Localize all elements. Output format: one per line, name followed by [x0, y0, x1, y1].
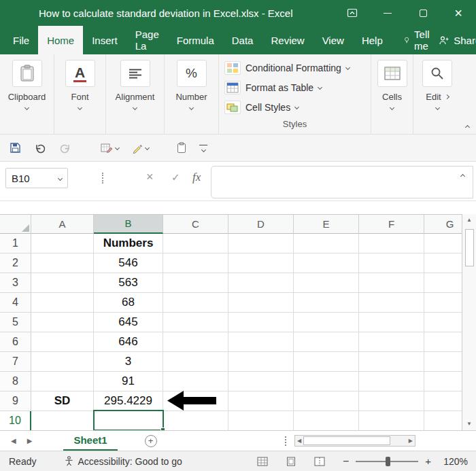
cell[interactable]	[228, 411, 294, 430]
cells-button[interactable]	[377, 60, 407, 87]
insert-function-button[interactable]: fx	[192, 171, 201, 184]
sheet-nav-right-icon[interactable]: ▶	[27, 437, 33, 444]
cell-b3[interactable]: 563	[94, 273, 163, 293]
column-header-a[interactable]: A	[31, 215, 94, 234]
cell[interactable]	[228, 372, 294, 391]
pen-button[interactable]	[132, 143, 149, 154]
tab-file[interactable]: File	[4, 26, 38, 54]
cell[interactable]	[359, 254, 424, 273]
cell[interactable]	[359, 332, 424, 352]
cell[interactable]	[228, 332, 294, 352]
column-header-f[interactable]: F	[359, 215, 424, 234]
name-box-dropdown-icon[interactable]	[58, 175, 63, 180]
fill-handle[interactable]	[160, 428, 165, 430]
cell[interactable]	[228, 391, 294, 411]
cell[interactable]	[359, 313, 424, 332]
cell[interactable]	[359, 273, 424, 293]
scroll-up-icon[interactable]: ▲	[466, 214, 472, 226]
number-format-button[interactable]: %	[177, 60, 207, 87]
save-button[interactable]	[10, 142, 21, 154]
cell[interactable]	[294, 332, 359, 352]
zoom-level[interactable]: 120%	[441, 456, 468, 467]
cell-b9[interactable]: 295.4229	[94, 391, 163, 411]
cell[interactable]	[163, 313, 228, 332]
row-header-3[interactable]: 3	[0, 273, 31, 293]
tab-home[interactable]: Home	[38, 26, 83, 54]
horizontal-scrollbar[interactable]: ◀ ▶	[294, 435, 415, 447]
cell-b6[interactable]: 646	[94, 332, 163, 352]
tab-help[interactable]: Help	[353, 26, 392, 54]
cell-a1[interactable]	[31, 234, 94, 254]
cell[interactable]	[294, 234, 359, 254]
editing-dropdown-icon[interactable]	[435, 105, 439, 110]
vertical-scrollbar[interactable]: ▲ ▼	[462, 214, 476, 430]
cell-b8[interactable]: 91	[94, 372, 163, 391]
accessibility-status-button[interactable]: Accessibility: Good to go	[65, 456, 182, 467]
clipboard-dropdown-icon[interactable]	[24, 105, 29, 110]
column-header-d[interactable]: D	[228, 215, 294, 234]
tab-page-layout[interactable]: Page La	[126, 26, 168, 54]
editing-more-icon[interactable]	[445, 94, 449, 99]
vertical-scroll-thumb[interactable]	[465, 229, 474, 266]
redo-button[interactable]	[59, 143, 71, 154]
cell[interactable]	[31, 293, 94, 313]
sheet-tab-sheet1[interactable]: Sheet1	[63, 431, 117, 451]
cell[interactable]	[228, 313, 294, 332]
zoom-slider[interactable]	[356, 461, 418, 462]
format-as-table-button[interactable]: Format as Table	[219, 77, 371, 97]
close-button[interactable]: ×	[441, 0, 476, 26]
name-box[interactable]: B10	[5, 168, 68, 188]
cell[interactable]	[228, 352, 294, 372]
tab-review[interactable]: Review	[262, 26, 313, 54]
scroll-down-icon[interactable]: ▼	[466, 418, 472, 430]
row-header-7[interactable]: 7	[0, 352, 31, 372]
row-header-6[interactable]: 6	[0, 332, 31, 352]
font-button[interactable]: A	[65, 60, 95, 87]
new-sheet-button[interactable]: +	[145, 435, 157, 447]
cell[interactable]	[228, 293, 294, 313]
cell[interactable]	[359, 391, 424, 411]
scrollbar-splitter[interactable]	[285, 436, 286, 446]
cell[interactable]	[31, 352, 94, 372]
customize-qat-button[interactable]	[199, 145, 207, 152]
column-header-e[interactable]: E	[294, 215, 359, 234]
cell[interactable]	[359, 411, 424, 430]
find-select-button[interactable]	[422, 60, 452, 87]
minimize-button[interactable]	[370, 0, 405, 26]
horizontal-scroll-thumb[interactable]	[303, 436, 390, 445]
tell-me-button[interactable]: Tell me	[398, 26, 439, 54]
cell[interactable]	[163, 273, 228, 293]
cell[interactable]	[228, 234, 294, 254]
number-dropdown-icon[interactable]	[189, 105, 194, 110]
paste-qat-button[interactable]	[177, 142, 186, 154]
collapse-ribbon-icon[interactable]	[465, 125, 470, 130]
cell-b1[interactable]: Numbers	[94, 234, 163, 254]
cancel-button[interactable]: ×	[146, 170, 154, 184]
cell[interactable]	[294, 372, 359, 391]
tab-data[interactable]: Data	[223, 26, 262, 54]
cell[interactable]	[359, 372, 424, 391]
select-all-button[interactable]	[0, 215, 31, 234]
cell-b5[interactable]: 645	[94, 313, 163, 332]
column-header-c[interactable]: C	[163, 215, 228, 234]
paste-button[interactable]	[12, 60, 42, 87]
cell[interactable]	[31, 254, 94, 273]
tab-view[interactable]: View	[313, 26, 353, 54]
cell[interactable]	[163, 293, 228, 313]
cell[interactable]	[163, 372, 228, 391]
cell-b4[interactable]: 68	[94, 293, 163, 313]
cell[interactable]	[294, 313, 359, 332]
cell[interactable]	[294, 254, 359, 273]
formula-input[interactable]	[211, 166, 473, 198]
draw-table-button[interactable]	[101, 143, 119, 154]
expand-formula-bar-icon[interactable]	[460, 174, 465, 179]
cell[interactable]	[31, 313, 94, 332]
share-button[interactable]: Share	[439, 26, 476, 54]
cell[interactable]	[359, 352, 424, 372]
cell[interactable]	[359, 293, 424, 313]
tab-insert[interactable]: Insert	[83, 26, 126, 54]
normal-view-button[interactable]	[257, 457, 268, 466]
enter-button[interactable]: ✓	[171, 171, 180, 184]
row-header-2[interactable]: 2	[0, 254, 31, 273]
alignment-dropdown-icon[interactable]	[133, 105, 137, 110]
